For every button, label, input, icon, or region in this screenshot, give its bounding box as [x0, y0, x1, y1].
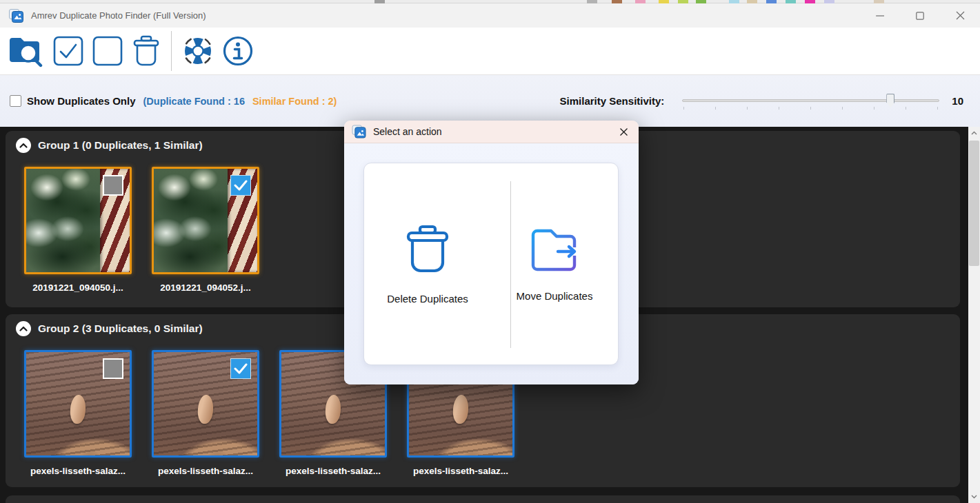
photo-item: pexels-lisseth-salaz... — [152, 350, 259, 476]
title-bar: Amrev Duplicate Photo Finder (Full Versi… — [0, 3, 980, 28]
desktop-chip — [824, 0, 834, 3]
select-all-button[interactable] — [52, 33, 84, 69]
folder-move-icon — [528, 227, 581, 272]
chevron-up-icon — [19, 326, 28, 331]
desktop-chip — [374, 0, 385, 3]
slider-tick — [906, 107, 906, 110]
slider-tick — [937, 107, 938, 110]
about-button[interactable] — [222, 33, 254, 69]
slider-thumb[interactable] — [886, 94, 894, 108]
dialog-header: Select an action — [344, 121, 639, 143]
desktop-chip — [805, 0, 815, 3]
desktop-chip — [635, 0, 646, 3]
slider-tick — [779, 107, 779, 110]
dialog-title: Select an action — [373, 126, 442, 137]
info-icon — [222, 35, 254, 67]
app-icon — [352, 125, 367, 138]
dialog-close-button[interactable] — [614, 123, 632, 141]
group-card-3-partial — [6, 495, 960, 503]
collapse-group-button[interactable] — [16, 321, 31, 336]
slider-tick — [874, 107, 874, 110]
scan-folder-button[interactable] — [8, 33, 45, 69]
check-icon — [234, 363, 248, 374]
desktop-chip — [786, 0, 796, 3]
vertical-scrollbar[interactable] — [968, 127, 980, 503]
move-duplicates-label: Move Duplicates — [517, 290, 593, 302]
trash-icon — [405, 224, 450, 275]
action-divider — [510, 181, 511, 348]
scroll-down-button[interactable] — [968, 491, 980, 503]
chevron-down-icon — [971, 495, 977, 499]
desktop-chip — [696, 0, 706, 3]
desktop-chip — [678, 0, 688, 3]
chevron-up-icon — [971, 131, 977, 135]
slider-tick — [842, 107, 843, 110]
duplicate-found-count: (Duplicate Found : 16 — [143, 96, 245, 107]
desktop-chip — [729, 0, 739, 3]
lifebuoy-icon — [181, 34, 214, 68]
dialog-body: Delete Duplicates Move Duplicates — [344, 143, 639, 384]
checkbox-empty-icon — [92, 35, 123, 67]
desktop-strip — [0, 0, 980, 3]
action-card: Delete Duplicates Move Duplicates — [363, 163, 619, 365]
close-icon — [619, 127, 628, 136]
photo-filename: pexels-lisseth-salaz... — [152, 466, 259, 476]
close-button[interactable] — [940, 3, 980, 28]
group-title: Group 2 (3 Duplicates, 0 Similar) — [38, 322, 203, 335]
desktop-chip — [874, 0, 884, 3]
photo-thumbnail[interactable] — [152, 167, 259, 274]
slider-tick — [715, 107, 716, 110]
desktop-chip — [659, 0, 669, 3]
folder-search-icon — [8, 34, 45, 68]
scrollbar-thumb[interactable] — [969, 141, 979, 266]
photo-filename: pexels-lisseth-salaz... — [407, 466, 514, 476]
desktop-chip — [612, 0, 622, 3]
show-duplicates-checkbox[interactable] — [10, 95, 21, 107]
checkbox-checked-icon — [52, 35, 84, 67]
photo-select-checkbox[interactable] — [230, 175, 251, 196]
toolbar-divider — [171, 31, 172, 71]
slider-tick — [810, 107, 811, 110]
photo-thumbnail[interactable] — [152, 350, 259, 458]
photo-filename: pexels-lisseth-salaz... — [279, 466, 387, 476]
photo-select-checkbox[interactable] — [103, 358, 123, 379]
window-title: Amrev Duplicate Photo Finder (Full Versi… — [31, 10, 206, 21]
window-controls — [860, 3, 980, 28]
select-action-dialog: Select an action Delete Duplicates — [344, 121, 639, 384]
chevron-up-icon — [19, 143, 28, 148]
app-icon — [9, 9, 24, 23]
slider-tick — [683, 107, 684, 110]
toolbar — [0, 28, 980, 75]
show-duplicates-label: Show Duplicates Only — [27, 95, 136, 107]
photo-filename: 20191221_094050.j... — [24, 283, 132, 293]
photo-glyph-icon — [354, 127, 366, 138]
slider-tick — [747, 107, 748, 110]
delete-button[interactable] — [131, 33, 161, 69]
photo-filename: 20191221_094052.j... — [152, 283, 259, 293]
photo-select-checkbox[interactable] — [230, 358, 251, 379]
photo-filename: pexels-lisseth-salaz... — [24, 466, 132, 476]
desktop-chip — [766, 0, 777, 3]
collapse-group-button[interactable] — [16, 138, 31, 153]
group-title: Group 1 (0 Duplicates, 1 Similar) — [38, 139, 203, 152]
photo-thumbnail[interactable] — [24, 167, 132, 274]
photo-select-checkbox[interactable] — [103, 175, 123, 196]
sensitivity-slider[interactable] — [682, 92, 939, 111]
delete-duplicates-option[interactable]: Delete Duplicates — [364, 163, 491, 365]
delete-duplicates-label: Delete Duplicates — [387, 293, 468, 305]
sensitivity-value: 10 — [952, 95, 963, 107]
slider-track[interactable] — [682, 99, 939, 102]
deselect-all-button[interactable] — [92, 33, 123, 69]
desktop-chip — [587, 0, 597, 3]
minimize-button[interactable] — [860, 3, 900, 28]
photo-thumbnail[interactable] — [24, 350, 132, 458]
photo-item: 20191221_094052.j... — [152, 167, 259, 293]
photo-item: pexels-lisseth-salaz... — [24, 350, 132, 476]
scroll-up-button[interactable] — [968, 127, 980, 139]
desktop-chip — [747, 0, 757, 3]
maximize-button[interactable] — [900, 3, 940, 28]
filter-bar: Show Duplicates Only (Duplicate Found : … — [0, 75, 980, 127]
photo-glyph-icon — [12, 11, 23, 23]
help-button[interactable] — [181, 33, 214, 69]
photo-item: 20191221_094050.j... — [24, 167, 132, 293]
